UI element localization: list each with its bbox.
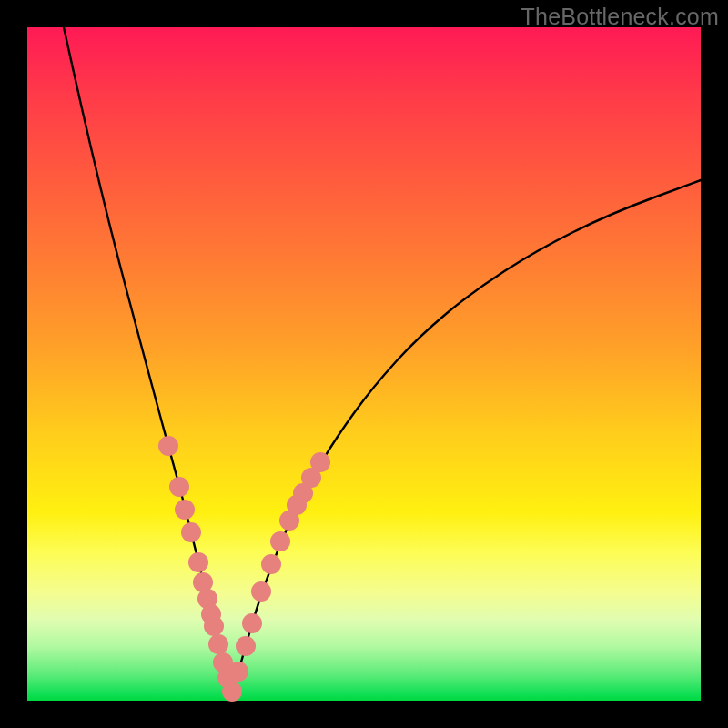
- curve-marker: [310, 452, 330, 472]
- curve-marker: [204, 616, 224, 636]
- curve-marker: [158, 436, 178, 456]
- curve-marker: [181, 522, 201, 542]
- curve-marker: [236, 636, 256, 656]
- curve-marker: [175, 500, 195, 520]
- chart-frame: TheBottleneck.com: [0, 0, 728, 728]
- watermark-text: TheBottleneck.com: [521, 4, 719, 30]
- bottleneck-curve: [64, 27, 701, 686]
- curve-marker: [261, 554, 281, 574]
- curve-marker: [242, 613, 262, 633]
- curve-markers-group: [158, 436, 330, 702]
- bottleneck-curve-svg: [27, 27, 701, 701]
- curve-marker: [228, 662, 248, 682]
- curve-marker: [169, 477, 189, 497]
- curve-marker: [270, 531, 290, 551]
- curve-marker: [208, 634, 228, 654]
- curve-marker: [188, 552, 208, 572]
- curve-marker: [222, 682, 242, 702]
- curve-marker: [251, 581, 271, 602]
